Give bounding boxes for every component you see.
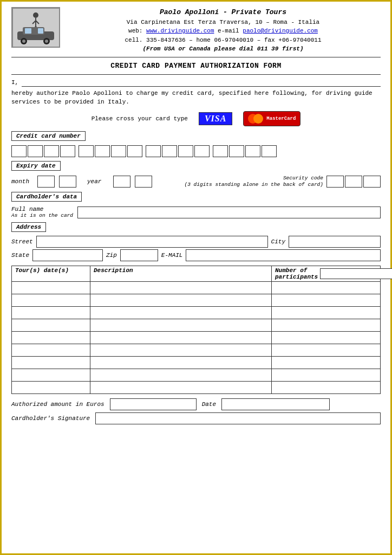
expiry-month-2[interactable] — [59, 176, 76, 188]
cc-digit-1-2[interactable] — [28, 145, 43, 157]
tour-date-8[interactable] — [12, 369, 90, 381]
expiry-security-row: month year Security code (3 digits stand… — [11, 175, 381, 189]
zip-input[interactable] — [120, 249, 158, 261]
tour-row-3 — [11, 307, 381, 319]
web-label: web: — [128, 28, 142, 34]
cc-digit-2-2[interactable] — [95, 145, 110, 157]
security-code-2[interactable] — [345, 176, 362, 188]
tour-num-3[interactable] — [272, 307, 380, 319]
signature-label: Cardholder's Signature — [11, 415, 90, 422]
tour-desc-3[interactable] — [90, 307, 271, 319]
tour-date-9[interactable] — [12, 382, 90, 393]
cc-number-label: Credit card number — [11, 131, 86, 141]
tour-date-6[interactable] — [12, 344, 90, 356]
cc-digit-3-4[interactable] — [194, 145, 210, 157]
tour-desc-8[interactable] — [90, 369, 271, 381]
security-code-1[interactable] — [326, 176, 344, 188]
date-label: Date — [202, 401, 216, 408]
cc-digit-1-1[interactable] — [11, 145, 27, 157]
fullname-label: Full name — [11, 206, 73, 212]
name-field[interactable] — [22, 78, 381, 87]
cc-digit-1-4[interactable] — [60, 145, 75, 157]
cc-digit-4-3[interactable] — [245, 145, 260, 157]
expiry-label: Expiry date — [11, 161, 61, 171]
security-code-3[interactable] — [363, 176, 381, 188]
cc-digit-4-4[interactable] — [262, 145, 277, 157]
tour-desc-5[interactable] — [90, 332, 271, 344]
tour-date-7[interactable] — [12, 357, 90, 369]
cell-line: cell. 335-8437636 – home 06-97040010 – f… — [66, 36, 381, 45]
web-url[interactable]: www.drivinguide.com — [146, 28, 214, 34]
cc-digit-2-4[interactable] — [127, 145, 142, 157]
header: Paolo Apolloni - Private Tours Via Carpi… — [11, 7, 381, 54]
tours-col-desc-header: Description — [90, 266, 272, 281]
tour-num-7[interactable] — [272, 357, 380, 369]
page: Paolo Apolloni - Private Tours Via Carpi… — [0, 0, 392, 555]
tour-num-6[interactable] — [272, 344, 380, 356]
address-section: Address Street City State Zip E-MAIL — [11, 222, 381, 261]
cc-digit-4-1[interactable] — [213, 145, 228, 157]
cc-digit-3-3[interactable] — [178, 145, 193, 157]
card-type-row: Please cross your card type VISA MasterC… — [11, 111, 381, 126]
tours-col-num-input-header[interactable] — [320, 268, 392, 279]
cc-digit-4-2[interactable] — [229, 145, 244, 157]
expiry-year-1[interactable] — [113, 176, 130, 188]
tour-date-4[interactable] — [12, 319, 90, 331]
tour-num-8[interactable] — [272, 369, 380, 381]
expiry-month-1[interactable] — [37, 176, 55, 188]
date-input[interactable] — [221, 398, 330, 410]
tour-num-9[interactable] — [272, 382, 380, 393]
tour-desc-2[interactable] — [90, 294, 271, 306]
tour-row-7 — [11, 357, 381, 369]
tour-date-1[interactable] — [12, 282, 90, 294]
signature-input[interactable] — [95, 412, 381, 424]
tour-desc-7[interactable] — [90, 357, 271, 369]
tour-num-5[interactable] — [272, 332, 380, 344]
tour-desc-4[interactable] — [90, 319, 271, 331]
tour-date-5[interactable] — [12, 332, 90, 344]
amount-input[interactable] — [110, 398, 197, 410]
tour-row-8 — [11, 369, 381, 382]
email-input[interactable] — [186, 249, 381, 261]
tour-row-9 — [11, 382, 381, 394]
cc-group-4 — [213, 145, 277, 157]
cc-digit-1-3[interactable] — [44, 145, 59, 157]
title-divider — [11, 74, 381, 75]
auth-line: I, — [11, 78, 381, 87]
tour-num-4[interactable] — [272, 319, 380, 331]
tour-num-2[interactable] — [272, 294, 380, 306]
cc-group-1 — [11, 145, 75, 157]
email-address[interactable]: paolo@drivinguide.com — [243, 28, 318, 34]
tour-desc-6[interactable] — [90, 344, 271, 356]
street-input[interactable] — [36, 236, 268, 248]
cc-digit-3-2[interactable] — [162, 145, 177, 157]
tour-desc-1[interactable] — [90, 282, 271, 294]
tour-num-1[interactable] — [272, 282, 380, 294]
cc-group-3 — [146, 145, 210, 157]
tour-desc-9[interactable] — [90, 382, 271, 393]
svg-point-10 — [22, 40, 25, 43]
expiry-section: Expiry date month year Security code (3 … — [11, 160, 381, 189]
city-input[interactable] — [289, 236, 381, 248]
expiry-left: month year — [11, 176, 152, 188]
visa-badge: VISA — [199, 112, 232, 125]
cc-digit-2-3[interactable] — [111, 145, 126, 157]
i-label: I, — [11, 79, 18, 86]
tours-col-date-header: Tour(s) date(s) — [12, 266, 90, 281]
cc-digit-2-1[interactable] — [79, 145, 94, 157]
mastercard-badge: MasterCard — [243, 111, 300, 126]
state-input[interactable] — [32, 249, 103, 261]
cc-digit-3-1[interactable] — [146, 145, 161, 157]
tour-date-2[interactable] — [12, 294, 90, 306]
year-label: year — [87, 178, 109, 185]
expiry-year-2[interactable] — [135, 176, 152, 188]
address-line: Via Carpinetana Est Terza Traversa, 10 –… — [66, 18, 381, 27]
svg-rect-13 — [25, 28, 31, 34]
tours-col-num-label: Number of participants — [275, 267, 318, 280]
bottom-section: Authorized amount in Euros Date Cardhold… — [11, 398, 381, 424]
security-right: Security code (3 digits standing alone i… — [184, 175, 381, 189]
fullname-input[interactable] — [77, 206, 381, 218]
security-text: Security code (3 digits standing alone i… — [184, 175, 323, 189]
signature-row: Cardholder's Signature — [11, 412, 381, 424]
tour-date-3[interactable] — [12, 307, 90, 319]
